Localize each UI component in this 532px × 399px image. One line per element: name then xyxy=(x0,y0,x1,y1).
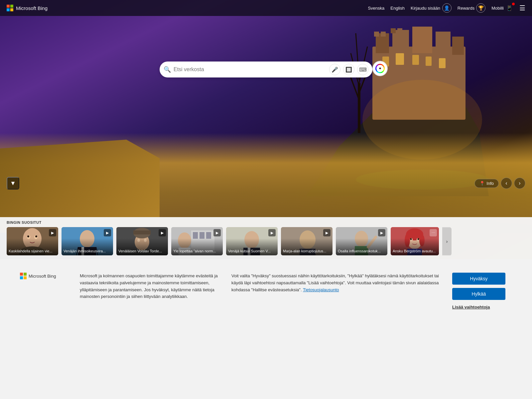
news-cards-container: ▶ Kaskilahdella sijainen vie... ▶ Venäjä xyxy=(7,227,525,255)
mobile-label: Mobilli xyxy=(491,6,504,11)
logo-blue xyxy=(7,8,10,11)
hero-section: Microsoft Bing Svenska English Kirjaudu … xyxy=(0,0,532,259)
news-card-2[interactable]: ▶ Venäläisen Voislav Torde... xyxy=(116,227,168,255)
rewards-button[interactable]: Rewards 🏆 xyxy=(458,3,485,13)
consent-logo-yellow xyxy=(24,276,27,279)
more-options-button[interactable]: Lisää vaihtoehtoja xyxy=(452,303,490,311)
navbar: Microsoft Bing Svenska English Kirjaudu … xyxy=(0,0,532,16)
consent-buttons: Hyväksy Hylkää Lisää vaihtoehtoja xyxy=(452,273,512,311)
news-card-5[interactable]: ▶ Marja-alan korruptiojutus... xyxy=(281,227,332,255)
logo-red xyxy=(7,5,10,8)
privacy-policy-link[interactable]: Tietosuojalausunto xyxy=(303,287,339,292)
consent-ms-logo xyxy=(20,273,27,279)
scroll-down-icon: ▼ xyxy=(10,180,16,187)
svg-rect-14 xyxy=(426,57,432,66)
signin-avatar-icon: 👤 xyxy=(442,3,452,13)
nav-english[interactable]: English xyxy=(390,6,405,11)
consent-logo-red xyxy=(20,273,23,276)
svg-rect-3 xyxy=(392,30,409,53)
navbar-right: Svenska English Kirjaudu sisään 👤 Reward… xyxy=(368,3,525,13)
tree-silhouette xyxy=(346,33,372,133)
news-card-3[interactable]: ▶ Yle lopettaa "aivan norm... xyxy=(171,227,223,255)
copilot-icon: ✦ xyxy=(375,64,385,73)
svg-rect-7 xyxy=(374,32,379,37)
svg-rect-4 xyxy=(412,27,432,53)
news-card-title-5: Marja-alan korruptiojutus... xyxy=(283,249,331,253)
hamburger-menu-button[interactable]: ☰ xyxy=(519,4,525,12)
consent-paragraph-1: Microsoft ja kolmannen osapuolen toimitt… xyxy=(80,273,218,300)
mobile-icon: 📱 xyxy=(505,4,513,12)
accept-button[interactable]: Hyväksy xyxy=(452,273,505,285)
search-container: 🔍 🎤 🔲 ⌨ xyxy=(160,62,372,77)
logo-yellow xyxy=(10,8,13,11)
prev-image-button[interactable]: ‹ xyxy=(501,178,512,189)
consent-text-1: Microsoft ja kolmannen osapuolen toimitt… xyxy=(80,273,218,300)
svg-rect-10 xyxy=(397,28,402,33)
scroll-down-button[interactable]: ▼ xyxy=(7,177,19,190)
rewards-label: Rewards xyxy=(458,6,474,11)
prev-arrow-icon: ‹ xyxy=(505,180,507,186)
svg-rect-8 xyxy=(381,32,386,37)
visual-search-button[interactable]: 🔲 xyxy=(343,64,354,75)
nav-svenska[interactable]: Svenska xyxy=(368,6,384,11)
news-card-media-icon-6: ▶ xyxy=(378,229,385,236)
news-card-title-2: Venäläisen Voislav Torde... xyxy=(118,249,166,253)
news-card-media-icon-4: ▶ xyxy=(268,229,276,236)
svg-rect-6 xyxy=(452,37,464,55)
next-arrow-icon: › xyxy=(519,180,520,186)
consent-footer: Microsoft Bing Microsoft ja kolmannen os… xyxy=(0,259,532,399)
brand-name: Microsoft Bing xyxy=(16,5,48,11)
news-card-media-icon-2: ▶ xyxy=(159,229,166,236)
rewards-icon: 🏆 xyxy=(476,3,485,13)
consent-logo-section: Microsoft Bing xyxy=(20,273,66,285)
news-card-media-icon: ▶ xyxy=(49,229,56,236)
news-card-media-icon-7: ⋯ xyxy=(430,229,437,236)
mobile-notification-badge xyxy=(512,3,515,5)
search-input[interactable] xyxy=(174,66,327,72)
info-label: Info xyxy=(486,181,494,186)
svg-rect-9 xyxy=(391,28,396,33)
copilot-inner-icon: ✦ xyxy=(376,65,384,72)
news-card-media-icon-1: ▶ xyxy=(104,229,111,236)
consent-logo-blue xyxy=(20,276,23,279)
svg-rect-12 xyxy=(396,53,404,65)
news-card-4[interactable]: ▶ Venäjä kutsui Suomen V... xyxy=(226,227,278,255)
microsoft-logo xyxy=(7,5,13,11)
news-section-title: BINGIN SUOSITUT xyxy=(7,220,525,224)
hero-info-controls: 📍 Info ‹ › xyxy=(474,178,525,189)
info-button[interactable]: 📍 Info xyxy=(474,179,499,188)
svg-rect-13 xyxy=(412,55,419,65)
news-card-7[interactable]: ⋯ Ansku Bergström avautu... xyxy=(391,227,439,255)
navbar-left: Microsoft Bing xyxy=(7,5,48,11)
copilot-button[interactable]: ✦ xyxy=(373,62,387,75)
news-card-title-1: Venäjän ihmisoikeusvira... xyxy=(64,249,111,253)
news-card-1[interactable]: ▶ Venäjän ihmisoikeusvira... xyxy=(62,227,113,255)
news-section: BINGIN SUOSITUT xyxy=(0,217,532,259)
svg-rect-15 xyxy=(439,58,446,68)
location-icon: 📍 xyxy=(479,181,485,186)
next-image-button[interactable]: › xyxy=(514,178,525,189)
news-card-0[interactable]: ▶ Kaskilahdella sijainen vie... xyxy=(7,227,58,255)
search-box: 🔍 🎤 🔲 ⌨ xyxy=(160,62,372,77)
news-next-arrow[interactable]: › xyxy=(442,227,452,255)
news-card-title-0: Kaskilahdella sijainen vie... xyxy=(9,249,56,253)
news-card-media-icon-5: ▶ xyxy=(323,229,331,236)
news-card-title-6: Osalla influenssarokotuk... xyxy=(338,249,385,253)
signin-button[interactable]: Kirjaudu sisään 👤 xyxy=(411,3,452,13)
consent-text-2: Voit valita "Hyväksy" suostuessasi näihi… xyxy=(231,273,439,293)
consent-brand-name: Microsoft Bing xyxy=(29,274,56,279)
mobile-button[interactable]: Mobilli 📱 xyxy=(491,4,513,12)
consent-paragraph-2: Voit valita "Hyväksy" suostuessasi näihi… xyxy=(231,273,439,293)
keyboard-button[interactable]: ⌨ xyxy=(357,64,368,75)
signin-label: Kirjaudu sisään xyxy=(411,6,440,11)
logo-green xyxy=(10,5,13,8)
microphone-button[interactable]: 🎤 xyxy=(329,64,340,75)
search-icon: 🔍 xyxy=(164,66,171,73)
news-card-title-3: Yle lopettaa "aivan norm... xyxy=(173,249,221,253)
news-card-media-icon-3: ▶ xyxy=(213,229,221,236)
reject-button[interactable]: Hylkää xyxy=(452,288,505,300)
news-card-title-7: Ansku Bergström avautu... xyxy=(393,249,437,253)
news-card-6[interactable]: ▶ Osalla influenssarokotuk... xyxy=(336,227,387,255)
hero-bottom-bar: ▼ 📍 Info ‹ › xyxy=(0,177,532,190)
consent-logo-green xyxy=(24,273,27,276)
